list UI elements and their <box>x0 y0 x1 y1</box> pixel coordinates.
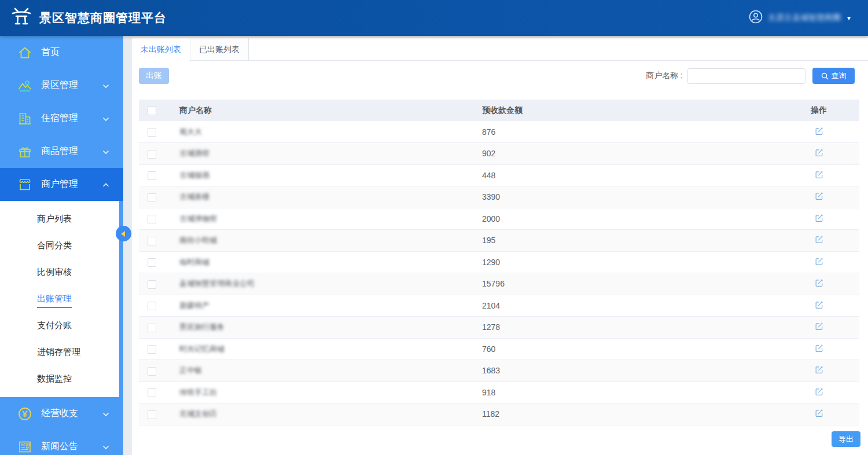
svg-text:NEWS: NEWS <box>21 443 31 446</box>
advance-amount: 3390 <box>480 186 778 208</box>
merchant-name: 古城博物馆 <box>171 214 217 224</box>
main-content: 未出账列表 已出账列表 出账 商户名称 : 查询 商户名 <box>123 36 868 455</box>
sidebar-item-merchant[interactable]: 商户管理 <box>0 168 123 201</box>
row-checkbox[interactable] <box>148 410 156 419</box>
row-checkbox[interactable] <box>148 150 156 159</box>
user-name: 太原古县城智慧商圈 <box>768 13 841 23</box>
advance-amount: 448 <box>480 164 778 186</box>
sidebar-item-goods[interactable]: 商品管理 <box>0 135 123 168</box>
row-checkbox[interactable] <box>148 215 156 223</box>
edit-icon <box>815 387 823 396</box>
tab-unbilled-list[interactable]: 未出账列表 <box>132 38 190 60</box>
table-header-row: 商户名称 预收款金额 操作 <box>139 100 859 121</box>
user-menu[interactable]: 太原古县城智慧商圈 ▼ <box>749 0 852 36</box>
select-all-checkbox[interactable] <box>148 107 156 115</box>
advance-amount: 1182 <box>480 403 778 425</box>
edit-button[interactable] <box>814 321 825 333</box>
content-card: 未出账列表 已出账列表 出账 商户名称 : 查询 商户名 <box>132 38 868 455</box>
row-checkbox[interactable] <box>148 258 156 267</box>
row-checkbox[interactable] <box>148 171 156 180</box>
table-row: 新疆特产 2104 <box>139 295 859 317</box>
submenu-item-merchant-list[interactable]: 商户列表 <box>0 206 119 232</box>
table-row: 古城烟酒 448 <box>139 164 859 186</box>
edit-button[interactable] <box>814 147 825 160</box>
table-row: 传统手工坊 918 <box>139 381 859 403</box>
tab-bar: 未出账列表 已出账列表 <box>132 38 868 61</box>
edit-icon <box>815 257 823 266</box>
row-checkbox[interactable] <box>148 193 156 202</box>
edit-icon <box>815 300 823 309</box>
edit-button[interactable] <box>814 343 825 355</box>
table-row: 古城酒馆 902 <box>139 143 859 165</box>
submenu-item-inventory-management[interactable]: 进销存管理 <box>0 339 119 365</box>
row-checkbox[interactable] <box>148 324 156 332</box>
row-checkbox[interactable] <box>148 388 156 397</box>
row-checkbox[interactable] <box>148 237 156 245</box>
tab-billed-list[interactable]: 已出账列表 <box>190 38 249 60</box>
submenu-item-ratio-review[interactable]: 比例审核 <box>0 259 119 285</box>
edit-icon <box>815 214 823 222</box>
merchant-name: 正中银 <box>171 365 202 376</box>
edit-button[interactable] <box>814 190 825 203</box>
submenu-item-contract-category[interactable]: 合同分类 <box>0 232 119 259</box>
sidebar-item-label: 经营收支 <box>41 408 78 420</box>
merchant-name: 古城烟酒 <box>171 170 209 181</box>
merchant-name: 古城酒馆 <box>171 148 209 159</box>
toolbar: 出账 商户名称 : 查询 <box>132 68 868 91</box>
row-checkbox[interactable] <box>148 280 156 289</box>
table-row: 古城茶楼 3390 <box>139 186 859 208</box>
advance-amount: 15796 <box>480 273 778 295</box>
row-checkbox[interactable] <box>148 302 156 310</box>
edit-button[interactable] <box>814 277 825 290</box>
chevron-down-icon: ▼ <box>846 15 852 21</box>
sidebar-item-news[interactable]: NEWS 新闻公告 <box>0 430 123 455</box>
edit-icon <box>815 192 823 200</box>
row-checkbox[interactable] <box>148 367 156 376</box>
table-body: 蜀大大 876 古城酒馆 902 古城烟酒 448 <box>139 121 859 425</box>
scenic-icon <box>17 78 32 93</box>
edit-button[interactable] <box>814 256 825 269</box>
table-row: 正中银 1683 <box>139 360 859 382</box>
finance-icon <box>17 406 32 421</box>
sidebar-item-home[interactable]: 首页 <box>0 36 123 69</box>
merchant-name-input[interactable] <box>687 68 806 84</box>
sidebar-collapse-toggle[interactable] <box>116 226 131 241</box>
search-button[interactable]: 查询 <box>812 68 855 84</box>
search-label: 商户名称 : <box>646 71 683 81</box>
chevron-left-icon <box>121 231 125 237</box>
edit-button[interactable] <box>814 126 825 138</box>
submenu-item-payment-split[interactable]: 支付分账 <box>0 312 119 339</box>
edit-button[interactable] <box>814 299 825 312</box>
home-icon <box>17 45 32 60</box>
edit-button[interactable] <box>814 234 825 247</box>
submenu-item-billing-management[interactable]: 出账管理 <box>0 285 119 312</box>
edit-button[interactable] <box>814 212 825 225</box>
sidebar-item-lodging[interactable]: 住宿管理 <box>0 102 123 135</box>
row-checkbox[interactable] <box>148 345 156 354</box>
billing-button[interactable]: 出账 <box>139 68 169 84</box>
edit-button[interactable] <box>814 364 825 377</box>
row-checkbox[interactable] <box>148 128 156 137</box>
advance-amount: 1683 <box>480 360 778 382</box>
sidebar-item-label: 首页 <box>41 46 60 58</box>
merchant-name: 临时商铺 <box>171 257 209 267</box>
advance-amount: 876 <box>480 121 778 143</box>
sidebar-item-scenic[interactable]: 景区管理 <box>0 69 123 102</box>
table-row: 古城博物馆 2000 <box>139 208 859 230</box>
edit-button[interactable] <box>814 408 825 420</box>
advance-amount: 2104 <box>480 295 778 317</box>
export-button[interactable]: 导出 <box>832 431 860 447</box>
billing-table: 商户名称 预收款金额 操作 蜀大大 876 古城酒馆 902 <box>139 100 859 425</box>
sidebar-item-finance[interactable]: 经营收支 <box>0 397 123 430</box>
platform-logo-icon <box>10 6 32 30</box>
table-row: 蜀大大 876 <box>139 121 859 143</box>
table-row: 县城智慧管理商业公司 15796 <box>139 273 859 295</box>
edit-icon <box>815 170 823 179</box>
edit-button[interactable] <box>814 386 825 399</box>
user-avatar-icon <box>749 10 763 26</box>
submenu-item-data-monitoring[interactable]: 数据监控 <box>0 365 119 392</box>
column-header-advance-amount: 预收款金额 <box>480 100 778 121</box>
merchant-icon <box>17 177 32 192</box>
merchant-submenu: 商户列表 合同分类 比例审核 出账管理 支付分账 进销存管理 数据监控 <box>0 201 119 397</box>
edit-button[interactable] <box>814 169 825 182</box>
